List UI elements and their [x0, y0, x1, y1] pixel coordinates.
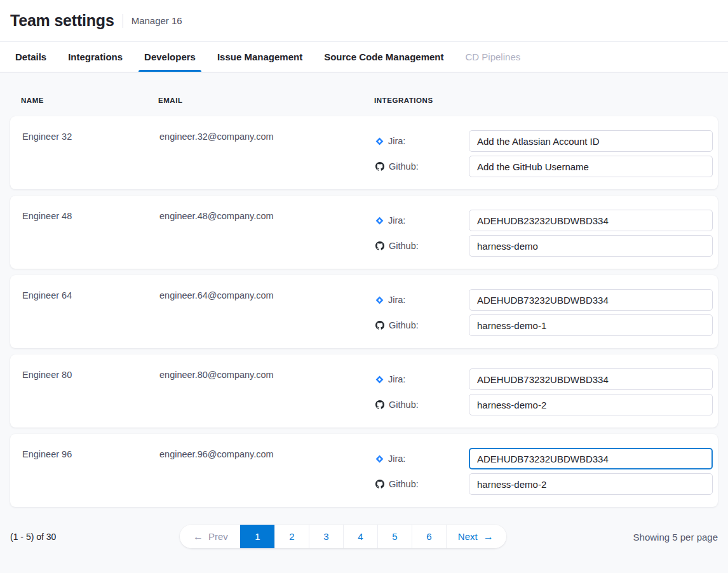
- tab-developers[interactable]: Developers: [144, 42, 196, 72]
- jira-label: Jira:: [375, 374, 469, 384]
- github-label: Github:: [375, 400, 469, 410]
- engineer-email: engineer.80@company.com: [159, 368, 375, 415]
- integrations-cell: Jira: Github:: [375, 448, 713, 495]
- table-row: Engineer 80 engineer.80@company.com Jira…: [10, 354, 718, 428]
- github-input[interactable]: [469, 314, 713, 336]
- tab-source-code-management[interactable]: Source Code Management: [324, 42, 443, 72]
- jira-label: Jira:: [375, 136, 469, 146]
- page-header: Team settings Manager 16: [0, 0, 728, 42]
- engineer-name: Engineer 80: [22, 368, 159, 415]
- jira-icon: [375, 217, 384, 225]
- jira-icon: [375, 375, 384, 384]
- table-row: Engineer 96 engineer.96@company.com Jira…: [10, 434, 718, 507]
- jira-label-text: Jira:: [388, 374, 405, 384]
- github-icon: [375, 400, 384, 409]
- engineer-name: Engineer 96: [22, 448, 159, 495]
- github-row: Github:: [375, 235, 713, 257]
- table-column-headers: NAME EMAIL INTEGRATIONS: [10, 72, 718, 104]
- engineer-name: Engineer 32: [22, 130, 159, 177]
- page-button-2[interactable]: 2: [274, 525, 309, 548]
- github-input[interactable]: [469, 473, 713, 495]
- page-button-4[interactable]: 4: [343, 525, 377, 548]
- jira-label: Jira:: [375, 215, 469, 226]
- github-label-text: Github:: [389, 161, 419, 172]
- jira-input[interactable]: [469, 130, 713, 152]
- table-row: Engineer 32 engineer.32@company.com Jira…: [10, 116, 718, 189]
- jira-icon: [375, 296, 384, 304]
- right-arrow-icon: →: [483, 532, 494, 542]
- next-button[interactable]: Next →: [446, 525, 506, 548]
- github-input[interactable]: [469, 235, 713, 257]
- integrations-cell: Jira: Github:: [375, 130, 713, 177]
- github-icon: [375, 480, 384, 489]
- github-label-text: Github:: [389, 479, 419, 489]
- jira-label: Jira:: [375, 295, 469, 305]
- jira-label-text: Jira:: [388, 136, 405, 146]
- jira-row: Jira:: [375, 289, 713, 311]
- page-title: Team settings: [10, 11, 114, 30]
- tab-issue-management[interactable]: Issue Management: [217, 42, 302, 72]
- tab-details[interactable]: Details: [15, 42, 46, 72]
- engineer-email: engineer.96@company.com: [159, 448, 375, 495]
- developers-panel: NAME EMAIL INTEGRATIONS Engineer 32 engi…: [0, 72, 728, 548]
- jira-row: Jira:: [375, 368, 713, 390]
- github-icon: [375, 321, 384, 330]
- tab-cd-pipelines: CD Pipelines: [466, 42, 521, 72]
- github-row: Github:: [375, 156, 713, 177]
- title-divider: [123, 14, 123, 28]
- github-label-text: Github:: [389, 400, 419, 410]
- pager: ← Prev 1 2 3 4 5 6 Next →: [180, 525, 506, 548]
- pagination-bar: (1 - 5) of 30 ← Prev 1 2 3 4 5 6 Next → …: [10, 525, 718, 548]
- column-header-email: EMAIL: [158, 97, 374, 104]
- github-row: Github:: [375, 394, 713, 415]
- page-button-5[interactable]: 5: [377, 525, 412, 548]
- jira-input-focused[interactable]: [469, 448, 713, 469]
- github-label: Github:: [375, 320, 469, 330]
- page-subtitle: Manager 16: [131, 15, 182, 26]
- integrations-cell: Jira: Github:: [375, 289, 713, 336]
- jira-row: Jira:: [375, 448, 713, 469]
- left-arrow-icon: ←: [193, 532, 203, 542]
- table-row: Engineer 64 engineer.64@company.com Jira…: [10, 275, 718, 348]
- integrations-cell: Jira: Github:: [375, 368, 713, 415]
- github-label: Github:: [375, 161, 469, 172]
- jira-label-text: Jira:: [388, 295, 405, 305]
- pagination-range: (1 - 5) of 30: [10, 532, 56, 542]
- engineer-email: engineer.32@company.com: [159, 130, 375, 177]
- jira-icon: [375, 455, 384, 463]
- github-label: Github:: [375, 479, 469, 489]
- next-label: Next: [458, 531, 478, 542]
- jira-row: Jira:: [375, 130, 713, 152]
- github-label-text: Github:: [389, 320, 419, 330]
- github-input[interactable]: [469, 156, 713, 177]
- engineer-name: Engineer 48: [22, 210, 159, 257]
- jira-label-text: Jira:: [388, 215, 405, 226]
- github-input[interactable]: [469, 394, 713, 415]
- prev-button[interactable]: ← Prev: [180, 525, 240, 548]
- jira-input[interactable]: [469, 368, 713, 390]
- github-icon: [375, 162, 384, 171]
- jira-icon: [375, 137, 384, 145]
- page-button-6[interactable]: 6: [412, 525, 446, 548]
- engineer-name: Engineer 64: [22, 289, 159, 336]
- engineer-email: engineer.48@company.com: [159, 210, 375, 257]
- per-page-text: Showing 5 per page: [633, 531, 718, 542]
- github-row: Github:: [375, 473, 713, 495]
- jira-input[interactable]: [469, 210, 713, 231]
- github-label: Github:: [375, 241, 469, 251]
- table-row: Engineer 48 engineer.48@company.com Jira…: [10, 196, 718, 269]
- column-header-name: NAME: [21, 97, 158, 104]
- jira-label-text: Jira:: [388, 454, 405, 464]
- page-button-1[interactable]: 1: [240, 525, 274, 548]
- github-label-text: Github:: [389, 241, 419, 251]
- prev-label: Prev: [208, 531, 228, 542]
- column-header-integrations: INTEGRATIONS: [374, 97, 718, 104]
- jira-input[interactable]: [469, 289, 713, 311]
- github-row: Github:: [375, 314, 713, 336]
- tab-integrations[interactable]: Integrations: [68, 42, 123, 72]
- github-icon: [375, 241, 384, 250]
- tab-bar: Details Integrations Developers Issue Ma…: [0, 42, 728, 72]
- engineer-email: engineer.64@company.com: [159, 289, 375, 336]
- page-button-3[interactable]: 3: [309, 525, 343, 548]
- jira-label: Jira:: [375, 454, 469, 464]
